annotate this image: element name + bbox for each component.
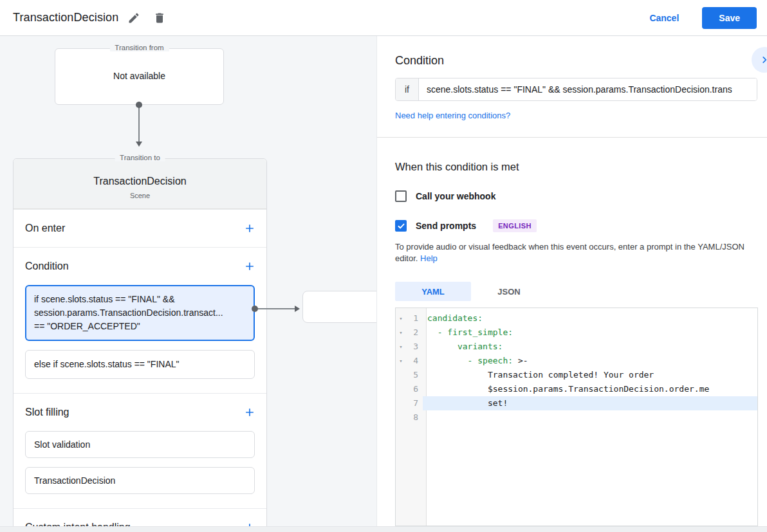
page-title: TransactionDecision [13, 11, 118, 24]
tab-json[interactable]: JSON [471, 282, 547, 301]
code-line: - first_simple: [423, 326, 757, 340]
code-line: Transaction completed! Your order [423, 368, 757, 382]
connector-dot [252, 306, 258, 312]
arrow-down-icon [136, 142, 142, 147]
code-line: set! [423, 396, 757, 410]
fold-spacer [396, 382, 406, 396]
language-badge: ENGLISH [493, 219, 537, 232]
line-number: 4 [406, 354, 423, 368]
slot-filling-label: Slot filling [25, 407, 69, 418]
line-number: 7 [406, 396, 423, 410]
when-condition-met-title: When this condition is met [395, 161, 757, 173]
code-line: candidates: [423, 311, 757, 326]
connector-line-right [257, 308, 295, 309]
editor-line: 5 Transaction completed! Your order [396, 368, 757, 382]
editor-format-tabs: YAML JSON [395, 282, 757, 301]
editor-line: 8 [396, 410, 757, 425]
transition-to-legend: Transition to [115, 154, 165, 161]
fold-arrow-icon[interactable]: ▾ [396, 311, 406, 326]
transition-to-card: Transition to TransactionDecision Scene … [13, 158, 267, 526]
condition-item[interactable]: if scene.slots.status == "FINAL" && sess… [25, 285, 255, 341]
custom-intent-label: Custom intent handling [25, 522, 131, 526]
on-enter-label: On enter [25, 223, 65, 234]
condition-item[interactable]: else if scene.slots.status == "FINAL" [25, 350, 255, 379]
transition-from-box: Transition from Not available [55, 48, 224, 105]
slot-item[interactable]: TransactionDecision [25, 467, 255, 494]
fold-arrow-icon[interactable]: ▾ [396, 340, 406, 354]
editor-lines: ▾1candidates:▾2 - first_simple:▾3 varian… [396, 308, 757, 425]
scene-card-header: TransactionDecision Scene [14, 159, 266, 209]
line-number: 5 [406, 368, 423, 382]
condition-label: Condition [25, 261, 69, 272]
code-line: - speech: >- [423, 354, 757, 368]
section-on-enter: On enter [14, 209, 266, 247]
condition-items: if scene.slots.status == "FINAL" && sess… [14, 285, 266, 393]
slot-item[interactable]: Slot validation [25, 431, 255, 458]
transition-from-value: Not available [55, 71, 223, 81]
chevron-right-icon [760, 55, 767, 64]
arrow-right-icon [295, 306, 300, 312]
scene-subtitle: Scene [14, 192, 266, 199]
save-button[interactable]: Save [702, 7, 757, 29]
if-label: if [396, 78, 419, 100]
scene-flow-canvas: Transition from Not available Transition… [0, 36, 376, 526]
condition-expression-input[interactable] [419, 78, 757, 100]
prompts-description-text: To provide audio or visual feedback when… [395, 242, 744, 263]
editor-line: ▾2 - first_simple: [396, 326, 757, 340]
send-prompts-checkbox[interactable] [395, 220, 407, 232]
webhook-checkbox[interactable] [395, 190, 407, 202]
connector-dot [136, 102, 142, 108]
code-line [423, 410, 757, 425]
add-condition-button[interactable] [242, 259, 257, 274]
cancel-button[interactable]: Cancel [638, 8, 690, 28]
fold-spacer [396, 368, 406, 382]
editor-line: ▾1candidates: [396, 311, 757, 326]
add-on-enter-button[interactable] [242, 221, 257, 236]
conditions-help-link[interactable]: Need help entering conditions? [395, 111, 510, 120]
line-number: 2 [406, 326, 423, 340]
editor-line: 6 $session.params.TransactionDecision.or… [396, 382, 757, 396]
condition-detail-panel: Condition if Need help entering conditio… [376, 36, 767, 526]
section-condition: Condition if scene.slots.status == "FINA… [14, 247, 266, 393]
fold-spacer [396, 410, 406, 425]
slot-items: Slot validationTransactionDecision [14, 431, 266, 508]
editor-line: 7 set! [396, 396, 757, 410]
help-link[interactable]: Help [420, 253, 438, 263]
send-prompts-label: Send prompts [416, 221, 476, 231]
fold-arrow-icon[interactable]: ▾ [396, 326, 406, 340]
fold-arrow-icon[interactable]: ▾ [396, 354, 406, 368]
panel-divider [377, 137, 767, 138]
top-bar: TransactionDecision Cancel Save [0, 0, 767, 36]
horizontal-scrollbar[interactable] [0, 526, 767, 532]
collapse-panel-button[interactable] [752, 47, 767, 73]
line-number: 3 [406, 340, 423, 354]
line-number: 6 [406, 382, 423, 396]
line-number: 8 [406, 410, 423, 425]
section-custom-intent: Custom intent handling [14, 508, 266, 526]
editor-line: ▾4 - speech: >- [396, 354, 757, 368]
scene-title: TransactionDecision [14, 176, 266, 187]
next-scene-box[interactable] [302, 291, 376, 323]
fold-spacer [396, 396, 406, 410]
editor-line: ▾3 variants: [396, 340, 757, 354]
webhook-label: Call your webhook [416, 191, 495, 201]
edit-icon[interactable] [124, 8, 144, 28]
condition-input-group: if [395, 78, 757, 101]
check-icon [397, 222, 405, 230]
code-line: $session.params.TransactionDecision.orde… [423, 382, 757, 396]
scene-editor-page: TransactionDecision Cancel Save Transiti… [0, 0, 767, 532]
add-custom-intent-button[interactable] [242, 520, 257, 526]
tab-yaml[interactable]: YAML [395, 282, 471, 301]
code-line: variants: [423, 340, 757, 354]
connector-line-down [138, 107, 140, 142]
panel-title: Condition [395, 54, 444, 67]
delete-icon[interactable] [149, 8, 170, 28]
yaml-code-editor[interactable]: ▾1candidates:▾2 - first_simple:▾3 varian… [395, 307, 758, 526]
add-slot-button[interactable] [242, 405, 257, 420]
transition-from-legend: Transition from [109, 44, 169, 51]
section-slot-filling: Slot filling Slot validationTransactionD… [14, 393, 266, 508]
prompts-description: To provide audio or visual feedback when… [395, 241, 755, 264]
line-number: 1 [406, 311, 423, 326]
